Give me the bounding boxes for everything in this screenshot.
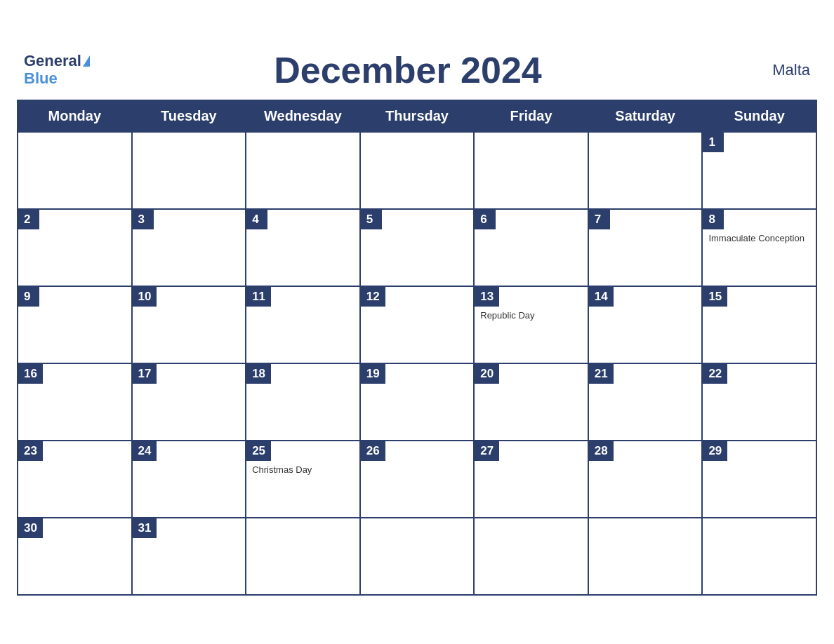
table-row: 7 <box>588 209 703 286</box>
day-event: Christmas Day <box>246 461 359 479</box>
table-row: 30 <box>18 518 132 595</box>
table-row: 15 <box>702 286 816 363</box>
day-number: 11 <box>246 287 271 307</box>
logo-general-text: General <box>24 53 81 69</box>
day-number: 8 <box>703 210 724 229</box>
day-number: 3 <box>133 210 154 229</box>
table-row: 20 <box>474 363 588 441</box>
day-number: 25 <box>246 441 271 461</box>
header-thursday: Thursday <box>360 100 475 132</box>
day-number: 31 <box>133 518 157 538</box>
logo: General Blue <box>24 53 90 86</box>
table-row <box>474 132 588 209</box>
table-row <box>702 518 816 595</box>
table-row: 1 <box>702 132 816 209</box>
day-number: 19 <box>361 364 385 384</box>
header-saturday: Saturday <box>588 100 703 132</box>
header-monday: Monday <box>18 100 132 132</box>
calendar-week-row: 3031 <box>18 518 816 595</box>
calendar-week-row: 2345678Immaculate Conception <box>18 209 816 286</box>
table-row <box>360 132 475 209</box>
day-number: 30 <box>18 518 43 538</box>
table-row: 29 <box>702 441 816 518</box>
country-label: Malta <box>726 61 810 79</box>
table-row: 16 <box>18 363 132 441</box>
table-row: 8Immaculate Conception <box>702 209 816 286</box>
table-row: 31 <box>132 518 246 595</box>
day-number: 16 <box>18 364 43 384</box>
day-number: 10 <box>133 287 157 307</box>
table-row: 11 <box>246 286 360 363</box>
table-row <box>246 518 360 595</box>
table-row <box>588 132 703 209</box>
table-row: 5 <box>360 209 475 286</box>
header-wednesday: Wednesday <box>246 100 360 132</box>
table-row: 13Republic Day <box>474 286 588 363</box>
header-sunday: Sunday <box>702 100 816 132</box>
day-number: 20 <box>475 364 499 384</box>
day-event: Immaculate Conception <box>703 229 816 248</box>
table-row: 10 <box>132 286 246 363</box>
calendar-week-row: 232425Christmas Day26272829 <box>18 441 816 518</box>
day-number: 17 <box>133 364 157 384</box>
calendar-title: December 2024 <box>90 49 726 91</box>
calendar-week-row: 16171819202122 <box>18 363 816 441</box>
table-row: 23 <box>18 441 132 518</box>
day-number: 27 <box>475 441 499 461</box>
table-row: 25Christmas Day <box>246 441 360 518</box>
table-row: 12 <box>360 286 475 363</box>
table-row <box>588 518 703 595</box>
day-number: 6 <box>475 210 496 229</box>
calendar-week-row: 910111213Republic Day1415 <box>18 286 816 363</box>
table-row: 3 <box>132 209 246 286</box>
calendar-wrapper: General Blue December 2024 Malta Monday … <box>17 35 817 610</box>
table-row: 18 <box>246 363 360 441</box>
table-row: 28 <box>588 441 703 518</box>
weekday-header-row: Monday Tuesday Wednesday Thursday Friday… <box>18 100 816 132</box>
table-row: 9 <box>18 286 132 363</box>
table-row: 22 <box>702 363 816 441</box>
day-number: 21 <box>589 364 614 384</box>
table-row <box>474 518 588 595</box>
day-number: 28 <box>589 441 614 461</box>
day-number: 15 <box>703 287 727 307</box>
calendar-header: General Blue December 2024 Malta <box>17 49 817 91</box>
table-row <box>246 132 360 209</box>
table-row: 4 <box>246 209 360 286</box>
day-number: 24 <box>133 441 157 461</box>
day-number: 18 <box>246 364 271 384</box>
header-friday: Friday <box>474 100 588 132</box>
table-row: 2 <box>18 209 132 286</box>
table-row: 6 <box>474 209 588 286</box>
day-number: 2 <box>18 210 39 229</box>
table-row <box>360 518 475 595</box>
day-number: 5 <box>361 210 382 229</box>
day-number: 12 <box>361 287 385 307</box>
table-row <box>132 132 246 209</box>
day-number: 4 <box>246 210 267 229</box>
table-row: 19 <box>360 363 475 441</box>
day-event: Republic Day <box>475 307 588 325</box>
day-number: 22 <box>703 364 727 384</box>
day-number: 26 <box>361 441 385 461</box>
table-row <box>18 132 132 209</box>
calendar-table: Monday Tuesday Wednesday Thursday Friday… <box>17 100 817 596</box>
table-row: 27 <box>474 441 588 518</box>
day-number: 1 <box>703 133 724 152</box>
logo-blue-text: Blue <box>24 70 58 87</box>
day-number: 29 <box>703 441 727 461</box>
day-number: 9 <box>18 287 39 307</box>
calendar-week-row: 1 <box>18 132 816 209</box>
day-number: 13 <box>475 287 499 307</box>
day-number: 23 <box>18 441 43 461</box>
table-row: 24 <box>132 441 246 518</box>
table-row: 26 <box>360 441 475 518</box>
table-row: 14 <box>588 286 703 363</box>
day-number: 14 <box>589 287 614 307</box>
day-number: 7 <box>589 210 610 229</box>
header-tuesday: Tuesday <box>132 100 246 132</box>
table-row: 21 <box>588 363 703 441</box>
table-row: 17 <box>132 363 246 441</box>
logo-triangle-icon <box>83 55 90 67</box>
